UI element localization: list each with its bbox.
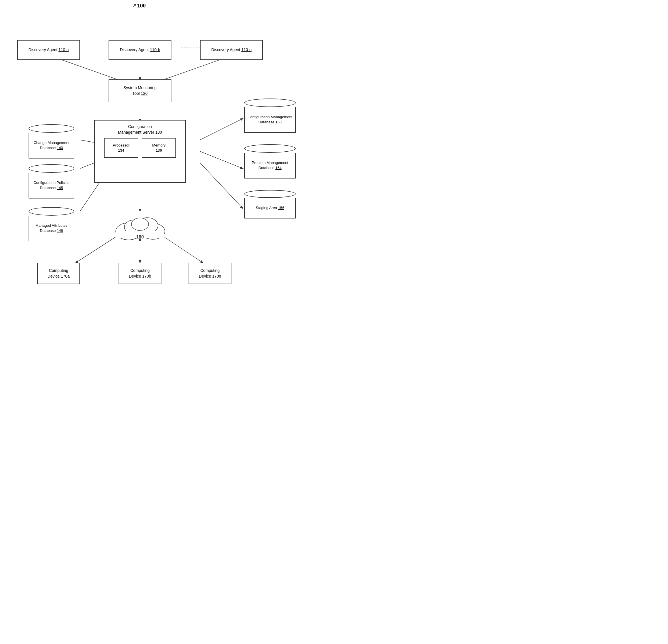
svg-point-20	[132, 218, 149, 230]
svg-line-6	[200, 151, 243, 169]
configuration-management-server: ConfigurationManagement Server 130 Proce…	[94, 120, 186, 183]
svg-line-7	[200, 163, 243, 209]
computing-device-a: ComputingDevice 170a	[37, 263, 80, 284]
diagram-title: 100	[137, 3, 146, 9]
configuration-policies-database: Configuration Policies Database 145	[29, 163, 74, 200]
config-management-database: Configuration Management Database 150	[244, 97, 296, 134]
computing-device-n: ComputingDevice 170n	[188, 263, 231, 284]
discovery-agent-n: Discovery Agent 110-n	[200, 40, 263, 60]
computing-device-b: ComputingDevice 170b	[119, 263, 162, 284]
memory-box: Memory136	[142, 138, 176, 158]
discovery-agent-a: Discovery Agent 110-a	[17, 40, 80, 60]
discovery-agent-b: Discovery Agent 110-b	[109, 40, 171, 60]
architecture-diagram: 100 ↗	[0, 0, 334, 322]
problem-management-database: Problem Management Database 154	[244, 143, 296, 180]
change-management-database: Change Management Database 140	[29, 123, 74, 160]
svg-line-5	[200, 119, 243, 140]
staging-area: Staging Area 156	[244, 188, 296, 220]
svg-text:160: 160	[136, 234, 144, 239]
diagram-bracket: ↗	[132, 2, 136, 9]
processor-box: Processor134	[104, 138, 138, 158]
managed-attributes-database: Managed Attributes Database 148	[29, 205, 74, 243]
network-cloud: 160	[111, 211, 169, 240]
system-monitoring-tool: System MonitoringTool 120	[109, 79, 171, 102]
